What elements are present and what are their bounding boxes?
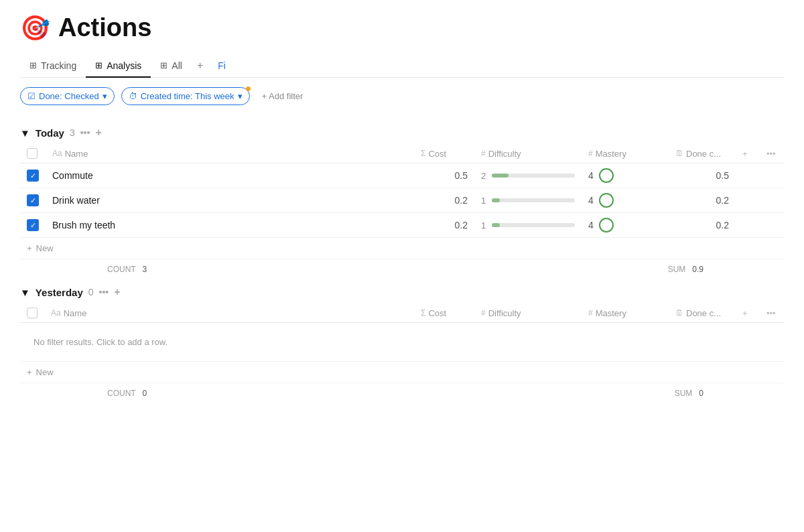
th-donec-y: 🗓 Done c... bbox=[669, 304, 736, 323]
th-add-col-y[interactable]: + bbox=[736, 304, 760, 323]
row-cost: 0.2 bbox=[414, 213, 474, 238]
tab-analysis-label: Analysis bbox=[107, 60, 141, 71]
orange-dot bbox=[246, 86, 251, 91]
cost-col-label-y: Cost bbox=[428, 308, 446, 318]
today-chevron-icon: ▼ bbox=[20, 127, 30, 139]
today-add-label: New bbox=[36, 243, 54, 253]
row-difficulty: 2 bbox=[474, 163, 582, 188]
th-more[interactable]: ••• bbox=[760, 144, 784, 163]
name-col-symbol-y: Aa bbox=[51, 308, 61, 318]
row-donec: 0.2 bbox=[669, 213, 736, 238]
row-name[interactable]: Brush my teeth bbox=[52, 220, 115, 230]
th-more-y[interactable]: ••• bbox=[760, 304, 784, 323]
row-checkbox[interactable]: ✓ bbox=[27, 194, 39, 206]
row-check-cell: ✓ bbox=[20, 213, 46, 238]
difficulty-number: 1 bbox=[481, 196, 488, 206]
mastery-circle bbox=[599, 168, 614, 183]
row-name-cell: Drink water bbox=[46, 188, 414, 213]
difficulty-col-symbol-y: # bbox=[481, 308, 486, 318]
difficulty-bar-container bbox=[492, 223, 575, 227]
today-dots[interactable]: ••• bbox=[80, 127, 90, 138]
tab-analysis[interactable]: ⊞ Analysis bbox=[86, 55, 151, 78]
done-filter-icon: ☑ bbox=[27, 91, 36, 101]
row-add-col bbox=[736, 163, 760, 188]
today-table: Aa Name Σ Cost # Difficulty bbox=[20, 144, 784, 238]
yesterday-sum-text: SUM bbox=[675, 389, 693, 398]
name-col-symbol: Aa bbox=[52, 149, 62, 158]
created-time-filter[interactable]: ⏱ Created time: This week ▾ bbox=[121, 87, 250, 105]
th-name: Aa Name bbox=[46, 144, 414, 163]
yesterday-section: ▼ Yesterday 0 ••• + Aa Name bbox=[20, 279, 784, 403]
difficulty-number: 1 bbox=[481, 220, 488, 230]
row-checkbox[interactable]: ✓ bbox=[27, 170, 39, 182]
done-filter-label: Done: Checked bbox=[39, 91, 99, 101]
th-cost-y: Σ Cost bbox=[414, 304, 474, 323]
no-results-text[interactable]: No filter results. Click to add a row. bbox=[27, 328, 777, 356]
row-mastery: 4 bbox=[582, 213, 669, 238]
today-count-val: 3 bbox=[142, 265, 147, 274]
th-donec: 🗓 Done c... bbox=[669, 144, 736, 163]
row-checkbox[interactable]: ✓ bbox=[27, 219, 39, 231]
row-cost: 0.2 bbox=[414, 188, 474, 213]
created-time-filter-label: Created time: This week bbox=[141, 91, 234, 101]
mastery-col-symbol: # bbox=[588, 149, 593, 158]
th-add-col[interactable]: + bbox=[736, 144, 760, 163]
today-plus[interactable]: + bbox=[95, 127, 101, 139]
tab-tracking[interactable]: ⊞ Tracking bbox=[20, 55, 86, 78]
row-more bbox=[760, 213, 784, 238]
row-name[interactable]: Commute bbox=[52, 170, 93, 181]
row-more bbox=[760, 188, 784, 213]
row-name-cell: Commute bbox=[46, 163, 414, 188]
filter-bar: ☑ Done: Checked ▾ ⏱ Created time: This w… bbox=[20, 87, 784, 105]
today-sum-val: 0.9 bbox=[692, 265, 704, 274]
row-more bbox=[760, 163, 784, 188]
today-count-label: COUNT 3 bbox=[107, 265, 147, 274]
donec-col-label-y: Done c... bbox=[686, 308, 721, 318]
yesterday-dots[interactable]: ••• bbox=[99, 287, 109, 297]
difficulty-number: 2 bbox=[481, 171, 488, 181]
yesterday-add-label: New bbox=[36, 367, 54, 377]
header-checkbox-y[interactable] bbox=[27, 308, 38, 318]
today-count: 3 bbox=[70, 127, 75, 138]
yesterday-table-header-row: Aa Name Σ Cost # Difficulty bbox=[20, 304, 784, 323]
page-header: 🎯 Actions bbox=[20, 13, 784, 42]
mastery-circle bbox=[599, 218, 614, 232]
difficulty-bar bbox=[492, 223, 500, 227]
tracking-tab-icon: ⊞ bbox=[29, 60, 37, 70]
row-name-cell: Brush my teeth bbox=[46, 213, 414, 238]
yesterday-summary: COUNT 0 SUM 0 bbox=[20, 383, 784, 403]
header-checkbox[interactable] bbox=[27, 148, 38, 159]
row-name[interactable]: Drink water bbox=[52, 195, 100, 206]
yesterday-plus[interactable]: + bbox=[114, 286, 120, 298]
mastery-col-label-y: Mastery bbox=[596, 308, 626, 318]
row-difficulty: 1 bbox=[474, 188, 582, 213]
tab-tracking-label: Tracking bbox=[41, 60, 76, 71]
today-section-header[interactable]: ▼ Today 3 ••• + bbox=[20, 120, 784, 144]
mastery-col-symbol-y: # bbox=[588, 308, 593, 318]
done-filter-chevron: ▾ bbox=[103, 91, 107, 101]
th-cost: Σ Cost bbox=[414, 144, 474, 163]
add-filter-button[interactable]: + Add filter bbox=[257, 88, 309, 105]
today-add-row[interactable]: + New bbox=[20, 238, 784, 259]
th-mastery-y: # Mastery bbox=[582, 304, 669, 323]
page-icon: 🎯 bbox=[20, 14, 50, 42]
difficulty-bar-container bbox=[492, 174, 575, 178]
difficulty-col-label: Difficulty bbox=[488, 149, 521, 159]
mastery-number: 4 bbox=[588, 195, 594, 206]
yesterday-add-row[interactable]: + New bbox=[20, 362, 784, 383]
row-add-col bbox=[736, 213, 760, 238]
fi-tab[interactable]: Fi bbox=[208, 55, 235, 76]
yesterday-sum-label: SUM 0 bbox=[675, 389, 704, 398]
done-filter[interactable]: ☑ Done: Checked ▾ bbox=[20, 87, 115, 105]
donec-col-symbol: 🗓 bbox=[675, 149, 683, 158]
difficulty-col-symbol: # bbox=[481, 149, 486, 158]
cost-col-symbol-y: Σ bbox=[421, 308, 425, 318]
yesterday-no-results-row: No filter results. Click to add a row. bbox=[20, 323, 784, 362]
table-row: ✓Brush my teeth0.2140.2 bbox=[20, 213, 784, 238]
yesterday-section-header[interactable]: ▼ Yesterday 0 ••• + bbox=[20, 279, 784, 304]
add-tab-button[interactable]: + bbox=[192, 54, 208, 77]
created-time-filter-icon: ⏱ bbox=[129, 91, 137, 101]
tab-all[interactable]: ⊞ All bbox=[151, 55, 192, 78]
yesterday-table: Aa Name Σ Cost # Difficulty bbox=[20, 304, 784, 362]
yesterday-add-icon: + bbox=[27, 367, 32, 377]
